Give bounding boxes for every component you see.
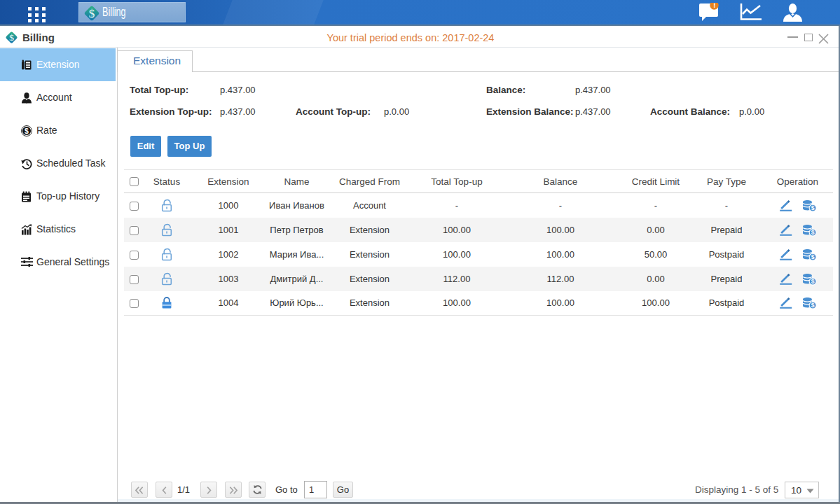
svg-text:$: $ xyxy=(811,253,814,260)
svg-text:$: $ xyxy=(89,7,95,20)
svg-text:$: $ xyxy=(25,127,29,135)
svg-text:$: $ xyxy=(811,204,814,211)
svg-text:$: $ xyxy=(811,229,814,236)
svg-text:$: $ xyxy=(811,278,814,285)
svg-text:$: $ xyxy=(811,302,814,309)
